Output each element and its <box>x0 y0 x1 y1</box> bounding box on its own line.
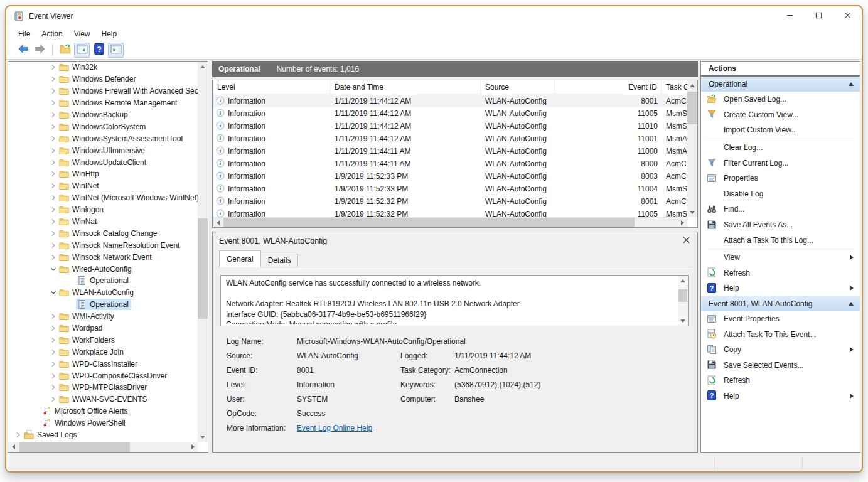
action-find[interactable]: Find... <box>701 201 860 217</box>
chevron-right-icon[interactable] <box>48 112 58 118</box>
menu-file[interactable]: File <box>13 28 36 40</box>
chevron-right-icon[interactable] <box>48 218 58 225</box>
tree-item-wininet-microsoft-windows-wininet[interactable]: WinINet (Microsoft-Windows-WinINet) <box>8 192 198 204</box>
event-row-11005[interactable]: iInformation1/11/2019 11:44:12 AMWLAN-Au… <box>213 107 687 120</box>
chevron-right-icon[interactable] <box>48 76 58 82</box>
event-row-11001[interactable]: iInformation1/11/2019 11:44:12 AMWLAN-Au… <box>213 132 687 145</box>
scroll-down-button[interactable] <box>678 316 688 326</box>
tree-item-windowsuiimmersive[interactable]: WindowsUIImmersive <box>8 144 198 156</box>
column-header-source[interactable]: Source <box>481 80 555 94</box>
scrollbar-thumb[interactable] <box>678 289 687 302</box>
close-icon[interactable] <box>683 237 690 245</box>
action-disable-log[interactable]: Disable Log <box>701 186 860 202</box>
chevron-right-icon[interactable] <box>48 337 58 343</box>
scroll-left-button[interactable] <box>8 442 18 452</box>
column-header-date-and-time[interactable]: Date and Time <box>330 80 481 94</box>
chevron-right-icon[interactable] <box>48 254 58 260</box>
tree-item-windowscolorsystem[interactable]: WindowsColorSystem <box>8 120 198 132</box>
tree-item-winhttp[interactable]: WinHttp <box>8 168 198 180</box>
tree-item-microsoft-office-alerts[interactable]: Microsoft Office Alerts <box>8 405 198 417</box>
tree-item-wininet[interactable]: WinINet <box>8 180 198 192</box>
tree-item-windows-remote-management[interactable]: Windows Remote Management <box>8 97 198 109</box>
scroll-up-button[interactable] <box>198 62 208 72</box>
tree-item-windows-firewall-with-advanced-security[interactable]: Windows Firewall With Advanced Security <box>8 85 198 97</box>
tree-item-wmi-activity[interactable]: WMI-Activity <box>8 311 198 323</box>
menu-view[interactable]: View <box>68 28 96 40</box>
scroll-down-button[interactable] <box>198 432 208 442</box>
event-log-online-help-link[interactable]: Event Log Online Help <box>297 424 372 432</box>
event-row-11005[interactable]: iInformation1/9/2019 11:52:32 PMWLAN-Aut… <box>213 208 687 217</box>
back-button[interactable] <box>15 43 31 58</box>
chevron-right-icon[interactable] <box>48 183 58 189</box>
action-filter-current-log[interactable]: Filter Current Log... <box>701 155 860 171</box>
collapse-chevron-icon[interactable] <box>849 82 854 86</box>
chevron-right-icon[interactable] <box>48 325 58 331</box>
tab-general[interactable]: General <box>219 250 261 267</box>
minimize-button[interactable] <box>775 6 804 26</box>
action-attach-task-to-this-event[interactable]: Attach Task To This Event... <box>701 326 860 342</box>
action-view[interactable]: View <box>701 250 860 265</box>
tree-item-winnat[interactable]: WinNat <box>8 216 198 228</box>
scrollbar-thumb[interactable] <box>223 218 635 227</box>
show-action-pane-button[interactable] <box>108 43 124 58</box>
tree-item-saved-logs[interactable]: Saved Logs <box>8 429 198 441</box>
action-refresh[interactable]: Refresh <box>701 373 860 388</box>
maximize-button[interactable] <box>804 6 833 26</box>
scroll-right-button[interactable] <box>188 442 198 452</box>
tree-item-winsock-network-event[interactable]: Winsock Network Event <box>8 251 198 263</box>
chevron-right-icon[interactable] <box>48 242 58 249</box>
tree-item-wpd-compositeclassdriver[interactable]: WPD-CompositeClassDriver <box>8 370 198 382</box>
chevron-right-icon[interactable] <box>48 100 58 106</box>
action-import-custom-view[interactable]: Import Custom View... <box>701 122 860 138</box>
event-row-8003[interactable]: iInformation1/9/2019 11:52:33 PMWLAN-Aut… <box>213 170 687 183</box>
collapse-chevron-icon[interactable] <box>849 302 854 306</box>
event-row-11000[interactable]: iInformation1/11/2019 11:44:11 AMWLAN-Au… <box>213 145 687 158</box>
event-list-horizontal-scrollbar[interactable] <box>213 217 687 227</box>
tree-item-operational[interactable]: Operational <box>8 299 198 311</box>
event-row-8001[interactable]: iInformation1/9/2019 11:52:32 PMWLAN-Aut… <box>213 195 687 208</box>
actions-section-header-event-8001-wlan-autoconfig[interactable]: Event 8001, WLAN-AutoConfig <box>701 296 860 311</box>
tree-item-windows-powershell[interactable]: Windows PowerShell <box>8 417 198 429</box>
chevron-right-icon[interactable] <box>48 313 58 319</box>
menu-action[interactable]: Action <box>36 28 68 40</box>
tree-item-wpd-mtpclassdriver[interactable]: WPD-MTPClassDriver <box>8 382 198 394</box>
tree-item-workfolders[interactable]: WorkFolders <box>8 334 198 346</box>
column-header-task-category[interactable]: Task Category <box>662 80 687 94</box>
tree-item-winsock-catalog-change[interactable]: Winsock Catalog Change <box>8 227 198 239</box>
help-button[interactable]: ? <box>91 43 107 58</box>
scrollbar-thumb[interactable] <box>687 92 697 124</box>
actions-section-header-operational[interactable]: Operational <box>701 77 860 92</box>
column-header-event-id[interactable]: Event ID <box>555 80 662 94</box>
chevron-right-icon[interactable] <box>48 159 58 166</box>
event-row-11004[interactable]: iInformation1/9/2019 11:52:33 PMWLAN-Aut… <box>213 183 687 195</box>
tree-item-wordpad[interactable]: Wordpad <box>8 323 198 335</box>
tree-item-wired-autoconfig[interactable]: Wired-AutoConfig <box>8 263 198 275</box>
action-help[interactable]: ?Help <box>701 388 860 404</box>
scroll-up-button[interactable] <box>687 80 697 90</box>
event-row-8001[interactable]: iInformation1/11/2019 11:44:12 AMWLAN-Au… <box>213 95 687 107</box>
tree-item-windows-defender[interactable]: Windows Defender <box>8 73 198 85</box>
tree-item-winlogon[interactable]: Winlogon <box>8 204 198 216</box>
chevron-right-icon[interactable] <box>48 384 58 390</box>
close-button[interactable] <box>833 6 862 26</box>
tree-item-windowsbackup[interactable]: WindowsBackup <box>8 109 198 121</box>
chevron-right-icon[interactable] <box>48 136 58 142</box>
action-clear-log[interactable]: Clear Log... <box>701 140 860 156</box>
tree-item-wwan-svc-events[interactable]: WWAN-SVC-EVENTS <box>8 394 198 405</box>
tree-item-windowssystemassessmenttool[interactable]: WindowsSystemAssessmentTool <box>8 132 198 144</box>
message-vertical-scrollbar[interactable] <box>678 276 688 326</box>
chevron-right-icon[interactable] <box>48 373 58 379</box>
event-row-8000[interactable]: iInformation1/11/2019 11:44:11 AMWLAN-Au… <box>213 158 687 170</box>
tree-item-win32k[interactable]: Win32k <box>8 62 198 73</box>
chevron-right-icon[interactable] <box>48 124 58 130</box>
action-save-all-events-as[interactable]: Save All Events As... <box>701 217 860 233</box>
menu-help[interactable]: Help <box>96 28 123 40</box>
tree-item-wpd-classinstaller[interactable]: WPD-ClassInstaller <box>8 358 198 370</box>
action-event-properties[interactable]: Event Properties <box>701 311 860 327</box>
action-refresh[interactable]: Refresh <box>701 265 860 281</box>
event-list-vertical-scrollbar[interactable] <box>687 80 697 217</box>
action-open-saved-log[interactable]: Open Saved Log... <box>701 92 860 107</box>
action-properties[interactable]: Properties <box>701 171 860 186</box>
tree-item-wlan-autoconfig[interactable]: WLAN-AutoConfig <box>8 287 198 299</box>
show-console-tree-button[interactable] <box>74 43 90 58</box>
